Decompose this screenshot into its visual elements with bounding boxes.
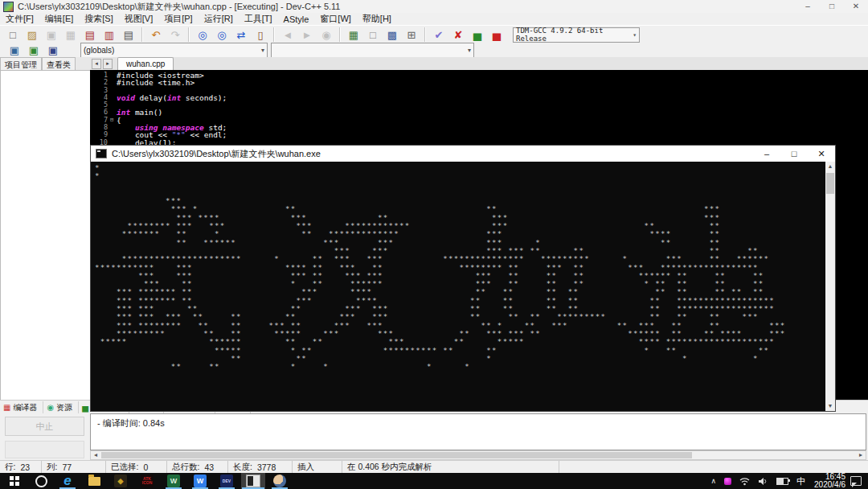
tray-expand-icon[interactable]: ∧ bbox=[710, 477, 716, 485]
add-to-project-button[interactable]: ▣ bbox=[25, 42, 43, 59]
dev-cpp[interactable]: DEV bbox=[215, 473, 239, 489]
compile-button[interactable]: ▦ bbox=[345, 27, 363, 43]
menu-item-3[interactable]: 视图[V] bbox=[119, 13, 158, 25]
remove-from-project-button[interactable]: ▣ bbox=[44, 42, 63, 59]
wps-office[interactable]: W bbox=[188, 473, 212, 489]
compiler-tab[interactable]: ▦编译器 bbox=[0, 401, 43, 414]
rebuild-all-icon: ⊞ bbox=[407, 29, 416, 41]
tab-project-manager[interactable]: 项目管理 bbox=[0, 57, 42, 70]
rebuild-all-button[interactable]: ⊞ bbox=[403, 27, 421, 43]
print-button[interactable]: ▤ bbox=[120, 27, 138, 43]
editor-tab-wuhan-cpp[interactable]: wuhan.cpp bbox=[117, 57, 174, 70]
globals-select[interactable]: (globals)▾ bbox=[80, 43, 268, 58]
ide-minimize-button[interactable]: – bbox=[796, 1, 820, 12]
user-avatar[interactable] bbox=[268, 473, 292, 489]
scroll-thumb[interactable] bbox=[826, 173, 834, 194]
close-button[interactable]: ▤ bbox=[81, 27, 100, 43]
menu-item-8[interactable]: 窗口[W] bbox=[314, 13, 357, 25]
compile-log-tab-icon: ▅ bbox=[82, 403, 88, 412]
open-button[interactable]: ▨ bbox=[23, 27, 42, 43]
tray-app-icon[interactable] bbox=[724, 478, 731, 485]
app-dark[interactable]: ◆ bbox=[108, 473, 133, 489]
menu-item-5[interactable]: 运行[R] bbox=[199, 13, 239, 25]
abort-compilation-icon: ✘ bbox=[454, 29, 463, 41]
console-titlebar[interactable]: C:\Users\ylx3032109\Desktop\新建文件夹\wuhan.… bbox=[91, 146, 835, 162]
status-total-lines-label: 总行数: bbox=[172, 462, 199, 473]
profile-button[interactable]: ▅ bbox=[469, 27, 487, 43]
resources-tab[interactable]: ◉资源 bbox=[43, 401, 79, 414]
new-project-button[interactable]: ▣ bbox=[6, 42, 24, 59]
console-window[interactable]: C:\Users\ylx3032109\Desktop\新建文件夹\wuhan.… bbox=[90, 145, 836, 412]
wifi-icon[interactable] bbox=[739, 477, 750, 486]
undo-icon: ↶ bbox=[152, 29, 161, 41]
hscroll-right-icon[interactable]: ▸ bbox=[856, 451, 866, 459]
toolbar-separator bbox=[424, 27, 426, 42]
log-hscrollbar[interactable]: ◂ ▸ bbox=[90, 450, 866, 460]
app-atk[interactable]: ATK ICON bbox=[135, 473, 159, 489]
abort-compilation-button[interactable]: ✘ bbox=[449, 27, 468, 43]
code-text: int main() bbox=[117, 109, 162, 116]
toolbar-classbrowser: ▣▣▣(globals)▾▾ bbox=[0, 43, 868, 58]
console-scrollbar[interactable]: ▲ ▼ bbox=[825, 162, 835, 411]
status-line-value: 23 bbox=[20, 462, 30, 472]
ide-maximize-button[interactable]: □ bbox=[820, 1, 844, 12]
console-maximize-button[interactable]: □ bbox=[780, 146, 808, 162]
editor-line: 6int main() bbox=[90, 109, 868, 116]
tab-class-view[interactable]: 查看类 bbox=[42, 57, 76, 70]
status-length-value: 3778 bbox=[257, 462, 276, 472]
app-green-w[interactable]: W bbox=[162, 473, 186, 489]
compile-and-run-button[interactable]: ▩ bbox=[383, 27, 402, 43]
console-minimize-button[interactable]: – bbox=[753, 146, 780, 162]
menu-item-1[interactable]: 编辑[E] bbox=[39, 13, 79, 25]
console-app-icon bbox=[96, 149, 107, 158]
menu-item-4[interactable]: 项目[P] bbox=[158, 13, 198, 25]
menu-item-6[interactable]: 工具[T] bbox=[239, 13, 278, 25]
scroll-up-icon[interactable]: ▲ bbox=[825, 162, 835, 171]
undo-button[interactable]: ↶ bbox=[147, 27, 166, 43]
volume-icon[interactable] bbox=[758, 477, 768, 486]
scroll-down-icon[interactable]: ▼ bbox=[825, 401, 835, 411]
edge[interactable]: e bbox=[55, 473, 80, 489]
delete-profiling-icon: ▅ bbox=[493, 29, 501, 41]
menu-item-9[interactable]: 帮助[H] bbox=[357, 13, 397, 25]
tab-scroll-right-icon[interactable]: ▸ bbox=[103, 59, 113, 69]
ime-indicator[interactable]: 中 bbox=[796, 475, 805, 487]
ide-close-button[interactable]: ✕ bbox=[844, 1, 868, 12]
compiler-select[interactable]: TDM-GCC 4.9.2 64-bit Release▾ bbox=[513, 27, 640, 43]
replace-button[interactable]: ⇄ bbox=[232, 27, 251, 43]
status-selected: 已选择:0 bbox=[106, 461, 167, 474]
taskbar-clock[interactable]: 16:45 2020/4/6 bbox=[814, 473, 845, 489]
hscroll-thumb[interactable] bbox=[101, 452, 692, 458]
tab-scroll-left-icon[interactable]: ◂ bbox=[92, 59, 101, 69]
abort-button[interactable]: 中止 bbox=[5, 417, 84, 436]
delete-profiling-button[interactable]: ▅ bbox=[488, 27, 506, 43]
save-icon: ▣ bbox=[47, 29, 56, 41]
console-close-button[interactable]: ✕ bbox=[808, 146, 835, 162]
cortana-button[interactable] bbox=[29, 473, 53, 489]
debug-button[interactable]: ✔ bbox=[430, 27, 448, 43]
run-button[interactable]: □ bbox=[364, 27, 383, 43]
members-select[interactable]: ▾ bbox=[271, 43, 474, 58]
incremental-search-button[interactable]: ▯ bbox=[252, 27, 270, 43]
battery-icon[interactable] bbox=[776, 478, 788, 485]
close-all-button[interactable]: ▥ bbox=[100, 27, 119, 43]
menu-item-0[interactable]: 文件[F] bbox=[0, 13, 39, 25]
avatar bbox=[273, 475, 286, 487]
menu-item-7[interactable]: AStyle bbox=[278, 14, 315, 24]
menu-item-2[interactable]: 搜索[S] bbox=[79, 13, 118, 25]
save-button: ▣ bbox=[43, 27, 61, 43]
find-in-files-button[interactable]: ◎ bbox=[213, 27, 231, 43]
profile-icon: ▅ bbox=[473, 29, 481, 41]
remove-from-project-icon: ▣ bbox=[48, 44, 58, 56]
start-button[interactable] bbox=[2, 473, 27, 489]
new-source-button[interactable]: □ bbox=[4, 27, 23, 43]
find-button[interactable]: ◎ bbox=[194, 27, 212, 43]
console-output-area: * * *** *** * ** ** *** *** **** *** ** bbox=[91, 162, 835, 411]
action-center-icon[interactable] bbox=[850, 476, 862, 486]
hscroll-left-icon[interactable]: ◂ bbox=[91, 451, 100, 459]
file-explorer[interactable] bbox=[82, 473, 106, 489]
compile-and-run-icon: ▩ bbox=[387, 29, 397, 41]
fold-marker-icon[interactable]: ⊟ bbox=[110, 117, 117, 124]
console-app[interactable] bbox=[241, 473, 265, 489]
project-browser-panel[interactable] bbox=[0, 70, 91, 401]
